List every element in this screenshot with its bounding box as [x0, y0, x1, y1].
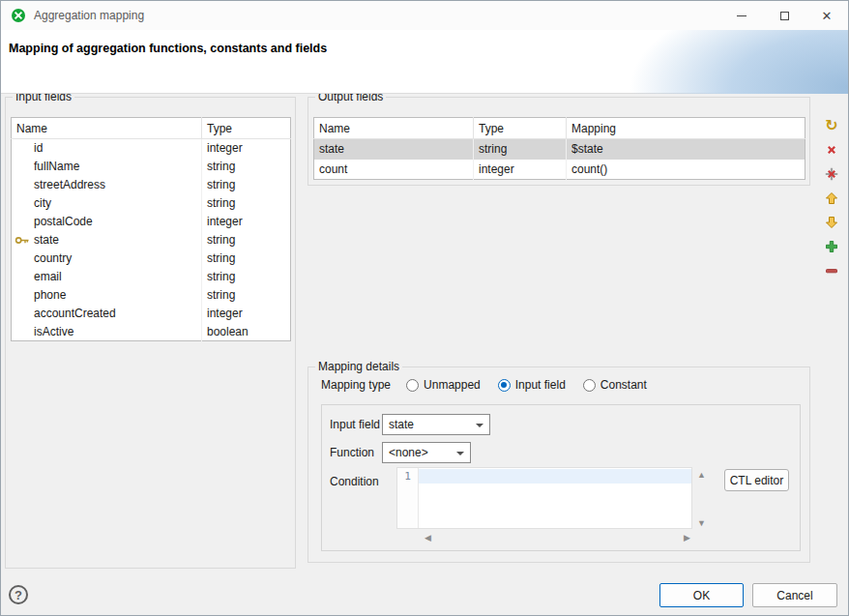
input-field-label: Input field [330, 418, 380, 431]
chevron-down-icon [476, 424, 483, 427]
scroll-down-arrow[interactable]: ▼ [697, 519, 706, 528]
table-row[interactable]: postalCodeinteger [12, 213, 291, 231]
table-row-selected[interactable]: state string $state [314, 139, 805, 160]
condition-label: Condition [330, 475, 379, 488]
minimize-icon [737, 15, 747, 16]
maximize-button[interactable] [763, 1, 805, 30]
dialog-subtitle: Mapping of aggregation functions, consta… [9, 42, 327, 55]
mapping-details-label: Mapping details [315, 360, 402, 373]
ctl-editor-button-label: CTL editor [730, 474, 784, 487]
delete-mapping-button[interactable] [822, 141, 841, 159]
mapping-type-label: Mapping type [321, 378, 391, 392]
cancel-button-label: Cancel [776, 589, 812, 602]
add-field-button[interactable] [822, 238, 841, 255]
line-number: 1 [404, 470, 411, 483]
radio-constant-icon [583, 379, 596, 392]
ok-button[interactable]: OK [659, 583, 744, 607]
table-row[interactable]: fullNamestring [12, 158, 291, 176]
input-field-combo-value: state [389, 418, 414, 431]
output-fields-table: Name Type Mapping state string $state co… [313, 117, 805, 180]
current-line-highlight [419, 469, 691, 484]
move-up-icon [825, 191, 838, 205]
minimize-button[interactable] [720, 1, 763, 30]
mapping-details-group: Mapping details Mapping type Unmapped In… [307, 367, 810, 563]
scroll-left-arrow[interactable]: ◀ [424, 534, 431, 543]
radio-input-field-label: Input field [515, 378, 566, 392]
titlebar[interactable]: Aggregation mapping ✕ [1, 1, 848, 30]
ctl-editor-button[interactable]: CTL editor [724, 469, 789, 491]
column-header-name[interactable]: Name [12, 118, 202, 139]
delete-all-icon [825, 167, 838, 181]
scroll-up-arrow[interactable]: ▲ [697, 471, 706, 480]
ok-button-label: OK [693, 589, 710, 602]
condition-editor[interactable]: 1 [396, 467, 692, 529]
move-up-button[interactable] [822, 190, 841, 207]
column-header-type[interactable]: Type [202, 118, 291, 139]
column-header-type[interactable]: Type [474, 118, 567, 139]
radio-input-field-icon [498, 379, 511, 392]
cancel-button[interactable]: Cancel [752, 583, 837, 607]
radio-unmapped[interactable]: Unmapped [406, 378, 481, 392]
input-fields-table: Name Type idinteger fullNamestring stree… [11, 117, 291, 341]
move-down-button[interactable] [822, 214, 841, 231]
radio-input-field[interactable]: Input field [498, 378, 566, 392]
remove-icon [825, 264, 838, 278]
maximize-icon [780, 12, 789, 20]
table-row[interactable]: phonestring [12, 286, 291, 305]
window-title: Aggregation mapping [34, 9, 144, 22]
key-icon [15, 235, 30, 249]
banner-gradient [519, 30, 848, 94]
close-icon: ✕ [822, 9, 833, 23]
delete-icon [825, 143, 838, 157]
table-row[interactable]: count integer count() [314, 160, 805, 180]
table-row[interactable]: countrystring [12, 249, 291, 268]
radio-constant-label: Constant [600, 378, 647, 392]
function-combo[interactable]: <none> [382, 442, 471, 463]
table-row[interactable]: streetAddressstring [12, 176, 291, 194]
input-field-combo[interactable]: state [382, 414, 490, 435]
aggregation-mapping-dialog: Aggregation mapping ✕ Mapping of aggrega… [0, 0, 849, 616]
dialog-banner: Mapping of aggregation functions, consta… [1, 30, 848, 94]
output-toolbar: ↻ [822, 117, 843, 286]
function-combo-value: <none> [389, 446, 428, 459]
table-row[interactable]: citystring [12, 194, 291, 213]
help-button[interactable]: ? [9, 585, 28, 604]
remove-field-button[interactable] [822, 262, 841, 279]
table-row[interactable]: emailstring [12, 268, 291, 286]
table-row[interactable]: accountCreatedinteger [12, 305, 291, 323]
table-row[interactable]: isActiveboolean [12, 323, 291, 341]
sync-mappings-button[interactable]: ↻ [822, 117, 841, 134]
table-row-key-field[interactable]: state string [12, 231, 291, 249]
column-header-name[interactable]: Name [314, 118, 474, 139]
input-fields-group: Input fields Name Type idinteger fullNam… [5, 97, 296, 569]
delete-all-mappings-button[interactable] [822, 165, 841, 183]
radio-constant[interactable]: Constant [583, 378, 647, 392]
help-icon: ? [15, 588, 22, 602]
column-header-mapping[interactable]: Mapping [567, 118, 805, 139]
add-icon [825, 240, 838, 253]
app-icon [11, 8, 26, 23]
radio-unmapped-icon [406, 379, 419, 392]
radio-unmapped-label: Unmapped [424, 378, 481, 392]
mapping-type-row: Mapping type Unmapped Input field Consta… [321, 378, 664, 392]
function-label: Function [330, 446, 374, 459]
close-button[interactable]: ✕ [805, 1, 848, 30]
output-fields-group: Output fields Name Type Mapping state st… [307, 97, 810, 186]
scroll-right-arrow[interactable]: ▶ [684, 534, 690, 543]
table-row[interactable]: idinteger [12, 139, 291, 158]
line-number-gutter: 1 [397, 468, 419, 528]
mapping-detail-panel: Input field state Function <none> Condit… [321, 404, 801, 551]
chevron-down-icon [456, 452, 464, 455]
move-down-icon [825, 216, 838, 229]
condition-text-area[interactable] [419, 468, 691, 528]
sync-icon: ↻ [825, 118, 837, 133]
